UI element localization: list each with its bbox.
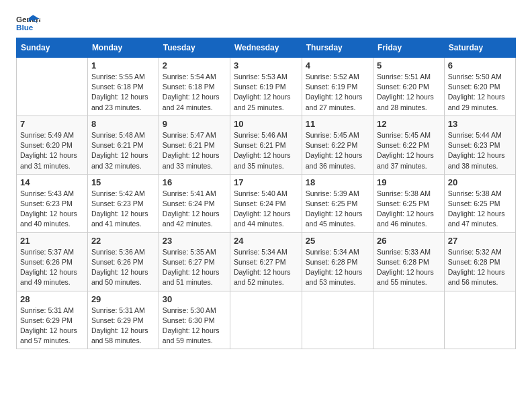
day-info: Sunrise: 5:54 AMSunset: 6:18 PMDaylight:… (163, 72, 226, 113)
day-info: Sunrise: 5:31 AMSunset: 6:29 PMDaylight:… (20, 306, 84, 347)
day-cell: 9Sunrise: 5:47 AMSunset: 6:21 PMDaylight… (159, 116, 230, 174)
day-info: Sunrise: 5:33 AMSunset: 6:28 PMDaylight:… (377, 247, 441, 288)
day-number: 12 (377, 119, 441, 129)
day-cell: 24Sunrise: 5:34 AMSunset: 6:27 PMDayligh… (230, 232, 302, 291)
day-info: Sunrise: 5:45 AMSunset: 6:22 PMDaylight:… (377, 130, 441, 171)
day-number: 15 (91, 177, 155, 187)
day-number: 4 (306, 60, 369, 71)
day-info: Sunrise: 5:38 AMSunset: 6:25 PMDaylight:… (377, 189, 441, 230)
day-info: Sunrise: 5:52 AMSunset: 6:19 PMDaylight:… (306, 72, 369, 113)
week-row-1: 1Sunrise: 5:55 AMSunset: 6:18 PMDaylight… (17, 58, 516, 116)
day-info: Sunrise: 5:42 AMSunset: 6:23 PMDaylight:… (91, 189, 155, 230)
day-number: 6 (448, 60, 512, 71)
day-number: 14 (20, 177, 84, 187)
day-info: Sunrise: 5:53 AMSunset: 6:19 PMDaylight:… (234, 72, 298, 113)
day-cell: 5Sunrise: 5:51 AMSunset: 6:20 PMDaylight… (373, 58, 445, 116)
day-number: 30 (163, 294, 226, 304)
day-cell (17, 58, 88, 116)
day-number: 16 (163, 177, 226, 187)
week-row-2: 7Sunrise: 5:49 AMSunset: 6:20 PMDaylight… (17, 116, 516, 174)
day-number: 28 (20, 294, 84, 304)
day-number: 9 (163, 119, 226, 129)
day-cell: 7Sunrise: 5:49 AMSunset: 6:20 PMDaylight… (17, 116, 88, 174)
day-info: Sunrise: 5:37 AMSunset: 6:26 PMDaylight:… (20, 247, 84, 288)
col-header-wednesday: Wednesday (230, 38, 302, 58)
day-number: 29 (91, 294, 155, 304)
day-info: Sunrise: 5:40 AMSunset: 6:24 PMDaylight:… (234, 189, 298, 230)
day-cell: 29Sunrise: 5:31 AMSunset: 6:29 PMDayligh… (87, 291, 159, 349)
day-info: Sunrise: 5:41 AMSunset: 6:24 PMDaylight:… (163, 189, 226, 230)
day-number: 1 (91, 60, 155, 71)
col-header-saturday: Saturday (444, 38, 515, 58)
col-header-sunday: Sunday (17, 38, 88, 58)
day-info: Sunrise: 5:50 AMSunset: 6:20 PMDaylight:… (448, 72, 512, 113)
day-number: 8 (91, 119, 155, 129)
col-header-tuesday: Tuesday (159, 38, 230, 58)
day-info: Sunrise: 5:55 AMSunset: 6:18 PMDaylight:… (91, 72, 155, 113)
day-cell: 6Sunrise: 5:50 AMSunset: 6:20 PMDaylight… (444, 58, 515, 116)
day-cell: 26Sunrise: 5:33 AMSunset: 6:28 PMDayligh… (373, 232, 445, 291)
day-number: 7 (20, 119, 84, 129)
calendar-table: SundayMondayTuesdayWednesdayThursdayFrid… (16, 38, 516, 349)
day-info: Sunrise: 5:48 AMSunset: 6:21 PMDaylight:… (91, 130, 155, 171)
day-number: 3 (234, 60, 298, 71)
day-cell: 4Sunrise: 5:52 AMSunset: 6:19 PMDaylight… (302, 58, 373, 116)
day-number: 26 (377, 236, 441, 246)
day-cell: 30Sunrise: 5:30 AMSunset: 6:30 PMDayligh… (159, 291, 230, 349)
day-number: 13 (448, 119, 512, 129)
day-number: 24 (234, 236, 298, 246)
svg-text:Blue: Blue (16, 23, 34, 32)
day-info: Sunrise: 5:45 AMSunset: 6:22 PMDaylight:… (306, 130, 369, 171)
day-number: 27 (448, 236, 512, 246)
day-number: 18 (306, 177, 369, 187)
day-info: Sunrise: 5:32 AMSunset: 6:28 PMDaylight:… (448, 247, 512, 288)
day-cell: 11Sunrise: 5:45 AMSunset: 6:22 PMDayligh… (302, 116, 373, 174)
logo: General Blue (16, 13, 40, 32)
day-info: Sunrise: 5:49 AMSunset: 6:20 PMDaylight:… (20, 130, 84, 171)
day-cell: 8Sunrise: 5:48 AMSunset: 6:21 PMDaylight… (87, 116, 159, 174)
col-header-friday: Friday (373, 38, 445, 58)
day-info: Sunrise: 5:38 AMSunset: 6:25 PMDaylight:… (448, 189, 512, 230)
day-cell: 19Sunrise: 5:38 AMSunset: 6:25 PMDayligh… (373, 174, 445, 232)
day-number: 11 (306, 119, 369, 129)
day-number: 25 (306, 236, 369, 246)
day-number: 22 (91, 236, 155, 246)
day-cell: 15Sunrise: 5:42 AMSunset: 6:23 PMDayligh… (87, 174, 159, 232)
day-info: Sunrise: 5:44 AMSunset: 6:23 PMDaylight:… (448, 130, 512, 171)
day-cell: 1Sunrise: 5:55 AMSunset: 6:18 PMDaylight… (87, 58, 159, 116)
day-info: Sunrise: 5:34 AMSunset: 6:27 PMDaylight:… (234, 247, 298, 288)
page-header: General Blue (16, 13, 516, 32)
day-cell (373, 291, 445, 349)
day-info: Sunrise: 5:31 AMSunset: 6:29 PMDaylight:… (91, 306, 155, 347)
week-row-4: 21Sunrise: 5:37 AMSunset: 6:26 PMDayligh… (17, 232, 516, 291)
day-number: 17 (234, 177, 298, 187)
day-info: Sunrise: 5:30 AMSunset: 6:30 PMDaylight:… (163, 306, 226, 347)
day-cell: 10Sunrise: 5:46 AMSunset: 6:21 PMDayligh… (230, 116, 302, 174)
day-cell: 12Sunrise: 5:45 AMSunset: 6:22 PMDayligh… (373, 116, 445, 174)
day-info: Sunrise: 5:47 AMSunset: 6:21 PMDaylight:… (163, 130, 226, 171)
day-cell: 28Sunrise: 5:31 AMSunset: 6:29 PMDayligh… (17, 291, 88, 349)
day-cell: 16Sunrise: 5:41 AMSunset: 6:24 PMDayligh… (159, 174, 230, 232)
day-number: 19 (377, 177, 441, 187)
day-cell: 20Sunrise: 5:38 AMSunset: 6:25 PMDayligh… (444, 174, 515, 232)
day-info: Sunrise: 5:39 AMSunset: 6:25 PMDaylight:… (306, 189, 369, 230)
week-row-3: 14Sunrise: 5:43 AMSunset: 6:23 PMDayligh… (17, 174, 516, 232)
day-number: 5 (377, 60, 441, 71)
column-headers: SundayMondayTuesdayWednesdayThursdayFrid… (17, 38, 516, 58)
day-cell: 3Sunrise: 5:53 AMSunset: 6:19 PMDaylight… (230, 58, 302, 116)
col-header-thursday: Thursday (302, 38, 373, 58)
day-cell: 14Sunrise: 5:43 AMSunset: 6:23 PMDayligh… (17, 174, 88, 232)
day-info: Sunrise: 5:51 AMSunset: 6:20 PMDaylight:… (377, 72, 441, 113)
col-header-monday: Monday (87, 38, 159, 58)
day-cell: 27Sunrise: 5:32 AMSunset: 6:28 PMDayligh… (444, 232, 515, 291)
day-cell: 21Sunrise: 5:37 AMSunset: 6:26 PMDayligh… (17, 232, 88, 291)
day-info: Sunrise: 5:43 AMSunset: 6:23 PMDaylight:… (20, 189, 84, 230)
day-info: Sunrise: 5:34 AMSunset: 6:28 PMDaylight:… (306, 247, 369, 288)
day-cell: 22Sunrise: 5:36 AMSunset: 6:26 PMDayligh… (87, 232, 159, 291)
day-cell: 17Sunrise: 5:40 AMSunset: 6:24 PMDayligh… (230, 174, 302, 232)
day-number: 2 (163, 60, 226, 71)
day-info: Sunrise: 5:46 AMSunset: 6:21 PMDaylight:… (234, 130, 298, 171)
day-number: 23 (163, 236, 226, 246)
day-cell: 13Sunrise: 5:44 AMSunset: 6:23 PMDayligh… (444, 116, 515, 174)
day-cell (230, 291, 302, 349)
